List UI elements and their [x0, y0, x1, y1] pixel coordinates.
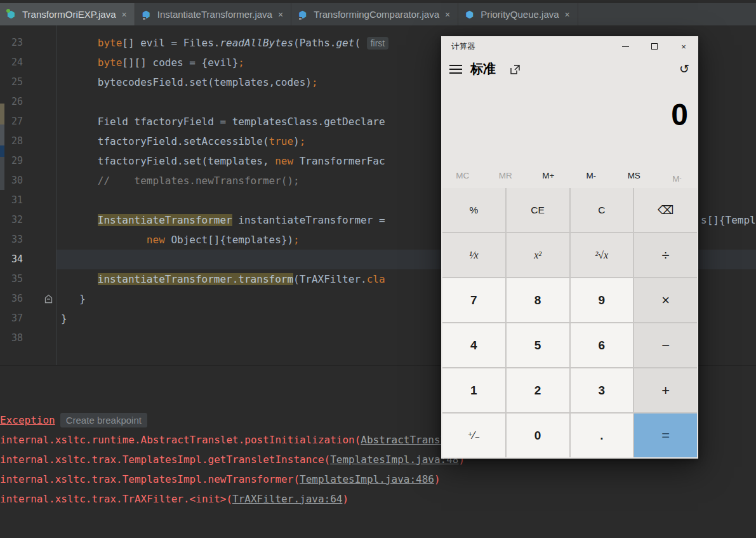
two-key[interactable]: 2	[507, 368, 569, 412]
source-link[interactable]: TemplatesImpl.java:48	[330, 454, 458, 466]
line-number: 28	[0, 131, 23, 151]
tab-label: PriorityQueue.java	[481, 9, 559, 20]
code-text: }	[61, 309, 67, 328]
stacktrace-text: internal.xsltc.runtime.AbstractTranslet.…	[0, 434, 361, 446]
code-text: tfactoryField.set(templates, new Transfo…	[61, 151, 385, 171]
editor-tab-bar: ⬢TransformOriEXP.java×⬢InstantiateTransf…	[0, 0, 756, 25]
memory-button-mr[interactable]: MR	[484, 167, 527, 185]
four-key[interactable]: 4	[442, 323, 505, 367]
divide-key[interactable]: ÷	[634, 233, 697, 277]
class-icon: ⬢	[8, 10, 18, 20]
code-fragment-right: s[]{Templ	[701, 210, 756, 230]
code-text: new Object[]{templates});	[61, 230, 300, 250]
close-tab-icon[interactable]: ×	[122, 10, 127, 20]
line-number: 29	[0, 151, 23, 171]
code-text: // templates.newTransformer();	[61, 171, 300, 191]
clear-key[interactable]: C	[571, 188, 633, 232]
close-tab-icon[interactable]: ×	[565, 10, 570, 20]
minimize-icon	[622, 46, 629, 47]
stacktrace-text: internal.xsltc.trax.TrAXFilter.<init>(	[0, 493, 232, 505]
modified-dot-icon	[6, 9, 10, 13]
source-link[interactable]: TrAXFilter.java:64	[232, 493, 342, 505]
source-link[interactable]: TemplatesImpl.java:486	[300, 473, 434, 485]
keypad: %CEC⌫¹⁄xx²²√x÷789×456−123+⁺⁄₋0.=	[442, 188, 697, 457]
code-text: byte[][] codes = {evil};	[61, 53, 244, 72]
maximize-button[interactable]	[640, 36, 669, 57]
decimal-key[interactable]: .	[571, 414, 633, 457]
eight-key[interactable]: 8	[507, 278, 569, 322]
one-key[interactable]: 1	[442, 368, 505, 412]
tab-transformoriexp-java[interactable]: ⬢TransformOriEXP.java×	[0, 3, 135, 25]
display-value: 0	[671, 97, 688, 132]
line-number: 30	[0, 171, 23, 191]
square-key[interactable]: x²	[507, 233, 569, 277]
memory-button-ms[interactable]: MS	[613, 167, 656, 185]
reciprocal-key[interactable]: ¹⁄x	[442, 233, 505, 277]
stacktrace-text: )	[342, 493, 348, 505]
line-number: 33	[0, 230, 23, 250]
history-button[interactable]: ↺	[679, 62, 689, 76]
calculator-window[interactable]: 计算器 × 标准 ↺ 0 MCMRM+M-MSMˬ %CEC⌫¹⁄xx²²√x÷…	[441, 36, 698, 459]
five-key[interactable]: 5	[507, 323, 569, 367]
close-icon: ×	[681, 42, 686, 51]
memory-button-mc[interactable]: MC	[441, 167, 484, 185]
percent-key[interactable]: %	[442, 188, 505, 232]
ide-screen: ⬢TransformOriEXP.java×⬢InstantiateTransf…	[0, 0, 756, 538]
backspace-key[interactable]: ⌫	[634, 188, 697, 232]
class-icon: ⬢	[299, 10, 309, 20]
create-breakpoint-hint[interactable]: Create breakpoint	[60, 413, 147, 427]
three-key[interactable]: 3	[571, 368, 633, 412]
tab-priorityqueue-java[interactable]: ⬢PriorityQueue.java×	[458, 3, 578, 25]
memory-button-m[interactable]: Mˬ	[656, 167, 699, 185]
equals-key[interactable]: =	[634, 414, 697, 457]
close-tab-icon[interactable]: ×	[278, 10, 283, 20]
negate-key[interactable]: ⁺⁄₋	[442, 414, 505, 457]
stacktrace-line: internal.xsltc.trax.TemplatesImpl.newTra…	[0, 469, 756, 489]
mode-label: 标准	[470, 60, 496, 77]
stacktrace-text: internal.xsltc.trax.TemplatesImpl.newTra…	[0, 473, 300, 485]
line-number: 25	[0, 72, 23, 92]
clear-entry-key[interactable]: CE	[507, 188, 569, 232]
close-tab-icon[interactable]: ×	[445, 10, 450, 20]
code-text: instantiateTransformer.transform(TrAXFil…	[61, 269, 385, 289]
readonly-badge-icon	[298, 17, 302, 20]
nine-key[interactable]: 9	[571, 278, 633, 322]
calculator-display: 0	[441, 97, 698, 148]
close-button[interactable]: ×	[669, 36, 698, 57]
minimize-button[interactable]	[611, 36, 640, 57]
tab-instantiatetransformer-java[interactable]: ⬢InstantiateTransformer.java×	[135, 3, 291, 25]
tab-transformingcomparator-java[interactable]: ⬢TransformingComparator.java×	[291, 3, 458, 25]
memory-row: MCMRM+M-MSMˬ	[441, 167, 698, 185]
tab-label: TransformingComparator.java	[314, 9, 439, 20]
fold-marker-icon[interactable]	[44, 294, 53, 304]
line-number: 35	[0, 269, 23, 289]
stacktrace-line: internal.xsltc.trax.TrAXFilter.<init>(Tr…	[0, 489, 756, 509]
add-key[interactable]: +	[634, 368, 697, 412]
multiply-key[interactable]: ×	[634, 278, 697, 322]
line-number: 27	[0, 112, 23, 131]
line-number: 26	[0, 92, 23, 112]
seven-key[interactable]: 7	[442, 278, 505, 322]
memory-button-mplus[interactable]: M+	[527, 167, 570, 185]
six-key[interactable]: 6	[571, 323, 633, 367]
zero-key[interactable]: 0	[507, 414, 569, 457]
line-number: 31	[0, 191, 23, 210]
memory-button-mminus[interactable]: M-	[570, 167, 613, 185]
code-text: bytecodesField.set(templates,codes);	[61, 72, 318, 92]
stacktrace-text: )	[434, 473, 441, 485]
line-number: 36	[0, 289, 23, 309]
line-number: 37	[0, 309, 23, 328]
menu-button[interactable]	[449, 65, 462, 74]
calculator-titlebar[interactable]: 计算器 ×	[441, 36, 698, 58]
exception-link[interactable]: Exception	[0, 414, 55, 426]
readonly-badge-icon	[142, 17, 146, 20]
keep-on-top-button[interactable]	[510, 64, 521, 75]
subtract-key[interactable]: −	[634, 323, 697, 367]
line-number: 23	[0, 33, 23, 53]
stacktrace-text: internal.xsltc.trax.TemplatesImpl.getTra…	[0, 454, 330, 466]
maximize-icon	[651, 43, 658, 50]
square-root-key[interactable]: ²√x	[571, 233, 633, 277]
code-text: InstantiateTransformer instantiateTransf…	[61, 210, 385, 230]
calculator-nav: 标准 ↺	[441, 58, 698, 83]
line-number: 34	[0, 250, 23, 269]
